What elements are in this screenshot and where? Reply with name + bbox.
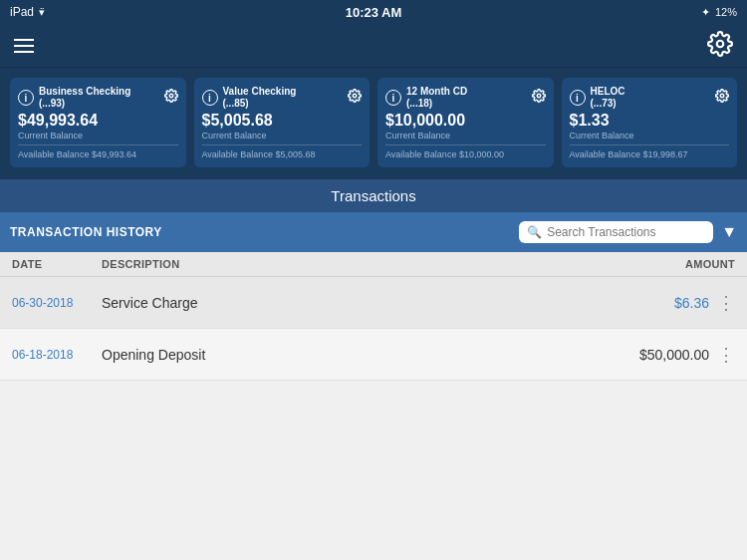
transactions-list: 06-30-2018 Service Charge $6.36 ⋮ 06-18-… — [0, 277, 747, 381]
info-icon-0[interactable]: i — [18, 90, 34, 106]
transaction-history-label: TRANSACTION HISTORY — [10, 225, 162, 239]
account-number-1: (...85) — [223, 98, 297, 110]
account-gear-icon-2[interactable] — [532, 89, 546, 107]
bluetooth-icon: ✦ — [701, 6, 710, 19]
tx-desc-0: Service Charge — [102, 295, 674, 311]
account-gear-icon-1[interactable] — [348, 89, 362, 107]
table-row: 06-18-2018 Opening Deposit $50,000.00 ⋮ — [0, 329, 747, 381]
wifi-icon: ▾̈ — [39, 6, 45, 19]
transactions-section: Transactions TRANSACTION HISTORY 🔍 ▼ DAT… — [0, 179, 747, 381]
account-card-1[interactable]: i Value Checking (...85) $5,005.68 Curre… — [194, 78, 371, 167]
search-filter-group: 🔍 ▼ — [519, 221, 737, 243]
svg-point-1 — [169, 94, 173, 98]
account-balance-3: $1.33 — [570, 112, 730, 130]
account-balance-1: $5,005.68 — [202, 112, 363, 130]
svg-point-2 — [353, 94, 357, 98]
svg-point-0 — [717, 40, 724, 47]
info-icon-2[interactable]: i — [385, 90, 401, 106]
account-available-0: Available Balance $49,993.64 — [18, 149, 178, 159]
account-available-2: Available Balance $10,000.00 — [385, 149, 546, 159]
account-name-2: 12 Month CD — [406, 86, 467, 98]
account-card-2[interactable]: i 12 Month CD (...18) $10,000.00 Current… — [377, 78, 554, 167]
table-header: DATE DESCRIPTION AMOUNT — [0, 252, 747, 277]
svg-point-4 — [720, 94, 724, 98]
nav-gear-icon[interactable] — [707, 31, 733, 61]
tx-amount-1: $50,000.00 — [639, 347, 709, 363]
filter-icon[interactable]: ▼ — [721, 223, 737, 241]
account-gear-icon-3[interactable] — [715, 89, 729, 107]
tx-amount-0: $6.36 — [674, 295, 709, 311]
account-balance-label-0: Current Balance — [18, 131, 178, 140]
info-icon-1[interactable]: i — [202, 90, 218, 106]
account-number-2: (...18) — [406, 98, 467, 110]
time-display: 10:23 AM — [346, 5, 402, 20]
tx-more-icon-1[interactable]: ⋮ — [717, 344, 735, 366]
device-label: iPad — [10, 5, 34, 19]
account-balance-label-2: Current Balance — [385, 131, 546, 140]
account-name-0: Business Checking — [39, 86, 130, 98]
account-balance-label-3: Current Balance — [570, 131, 730, 140]
transactions-title: Transactions — [0, 179, 747, 212]
transaction-history-bar: TRANSACTION HISTORY 🔍 ▼ — [0, 212, 747, 252]
accounts-section: i Business Checking (...93) $49,993.64 C… — [0, 68, 747, 179]
nav-bar — [0, 24, 747, 68]
tx-date-1: 06-18-2018 — [12, 348, 102, 362]
account-card-3[interactable]: i HELOC (...73) $1.33 Current Balance Av… — [562, 78, 738, 167]
col-header-description: DESCRIPTION — [102, 258, 685, 270]
account-number-3: (...73) — [591, 98, 625, 110]
tx-more-icon-0[interactable]: ⋮ — [717, 292, 735, 314]
hamburger-menu-button[interactable] — [14, 39, 34, 53]
col-header-amount: AMOUNT — [685, 258, 735, 270]
tx-date-0: 06-30-2018 — [12, 296, 102, 310]
account-name-1: Value Checking — [223, 86, 297, 98]
table-row: 06-30-2018 Service Charge $6.36 ⋮ — [0, 277, 747, 329]
account-available-3: Available Balance $19,998.67 — [570, 149, 730, 159]
tx-desc-1: Opening Deposit — [102, 347, 639, 363]
account-balance-0: $49,993.64 — [18, 112, 178, 130]
search-box: 🔍 — [519, 221, 713, 243]
account-card-0[interactable]: i Business Checking (...93) $49,993.64 C… — [10, 78, 186, 167]
account-gear-icon-0[interactable] — [164, 89, 178, 107]
battery-label: 12% — [715, 6, 737, 18]
account-balance-2: $10,000.00 — [385, 112, 546, 130]
svg-point-3 — [537, 94, 541, 98]
status-bar: iPad ▾̈ 10:23 AM ✦ 12% — [0, 0, 747, 24]
account-name-3: HELOC — [591, 86, 625, 98]
info-icon-3[interactable]: i — [570, 90, 586, 106]
account-balance-label-1: Current Balance — [202, 131, 363, 140]
search-input[interactable] — [547, 225, 705, 239]
col-header-date: DATE — [12, 258, 102, 270]
search-icon: 🔍 — [527, 225, 542, 239]
account-available-1: Available Balance $5,005.68 — [202, 149, 363, 159]
account-number-0: (...93) — [39, 98, 130, 110]
